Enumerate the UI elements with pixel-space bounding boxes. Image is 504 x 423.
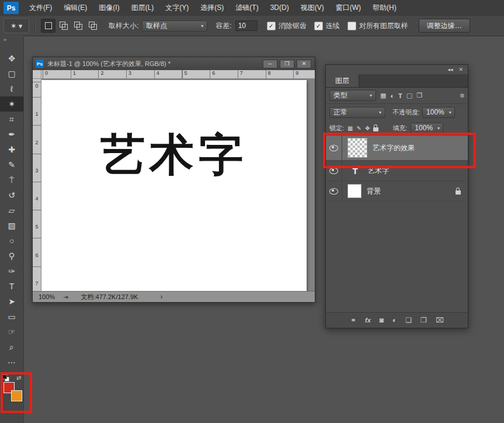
add-to-selection-button[interactable]	[57, 19, 70, 32]
pixel-layer-filter-icon[interactable]: ▦	[380, 92, 386, 99]
intersect-selection-icon	[89, 22, 97, 30]
refine-edge-button[interactable]: 调整边缘…	[419, 19, 470, 33]
text-layer-thumbnail[interactable]: T	[347, 166, 363, 176]
filter-type-dropdown[interactable]: 类型 ▾	[329, 90, 376, 101]
background-color-swatch[interactable]	[11, 390, 22, 401]
lock-transparent-icon[interactable]: ▦	[347, 125, 353, 131]
magic-wand-tool[interactable]: ✶	[0, 96, 23, 112]
layers-panel-footer: ⚭ fx ◙ ◐ ❏ ❐ ⌧	[326, 312, 468, 328]
layer-name[interactable]: 艺术字	[368, 166, 389, 176]
path-selection-tool-icon: ➤	[8, 297, 15, 306]
close-button[interactable]: ✕	[297, 60, 311, 68]
menu-window[interactable]: 窗口(W)	[330, 0, 367, 16]
move-tool[interactable]: ✥	[0, 51, 23, 66]
menu-3d[interactable]: 3D(D)	[265, 0, 295, 16]
layer-mask-icon[interactable]: ◙	[380, 316, 384, 324]
shape-layer-filter-icon[interactable]: ▢	[406, 92, 412, 99]
menu-file[interactable]: 文件(F)	[23, 0, 58, 16]
link-layers-icon[interactable]: ⚭	[350, 316, 356, 324]
blur-tool[interactable]: ○	[0, 233, 23, 248]
photoshop-app: Ps 文件(F) 编辑(E) 图像(I) 图层(L) 文字(Y) 选择(S) 滤…	[0, 0, 504, 423]
contiguous-checkbox[interactable]: ✓	[314, 22, 323, 30]
path-selection-tool[interactable]: ➤	[0, 294, 23, 309]
collapse-panel-icon[interactable]: ◂◂	[447, 67, 453, 72]
tool-preset-dropdown[interactable]: ✶ ▾	[4, 18, 29, 33]
visibility-toggle[interactable]	[326, 181, 342, 201]
anti-alias-checkbox[interactable]: ✓	[267, 22, 276, 30]
new-selection-button[interactable]	[41, 19, 55, 33]
maximize-button[interactable]: ❐	[280, 60, 294, 68]
tolerance-input[interactable]	[235, 20, 258, 31]
close-panel-icon[interactable]: ✕	[458, 67, 463, 72]
lock-pixels-icon[interactable]: ✎	[357, 125, 362, 131]
ruler-mark: 7	[33, 280, 41, 292]
visibility-toggle[interactable]	[326, 161, 342, 181]
lock-position-icon[interactable]: ✥	[365, 125, 370, 131]
sample-size-dropdown[interactable]: 取样点 ▾	[142, 20, 207, 32]
background-layer-thumbnail[interactable]	[347, 184, 362, 198]
adjustment-layer-icon[interactable]: ◐	[392, 316, 397, 324]
menu-filter[interactable]: 滤镜(T)	[230, 0, 264, 16]
menu-type[interactable]: 文字(Y)	[159, 0, 194, 16]
blend-mode-dropdown[interactable]: 正常 ▾	[329, 107, 385, 118]
sample-all-layers-checkbox[interactable]	[347, 22, 356, 30]
subtract-from-selection-button[interactable]	[71, 19, 85, 32]
marquee-tool[interactable]: ▢	[0, 66, 23, 81]
opacity-dropdown[interactable]: 100% ▾	[422, 107, 455, 118]
layer-style-icon[interactable]: fx	[365, 317, 371, 324]
new-layer-icon[interactable]: ❐	[420, 316, 427, 324]
eraser-tool[interactable]: ▱	[0, 203, 23, 218]
lasso-tool[interactable]: ℓ	[0, 81, 23, 96]
panel-menu-icon[interactable]: ≡	[460, 91, 464, 100]
layer-name[interactable]: 艺术字的效果	[373, 143, 415, 153]
swap-colors-icon[interactable]: ⇄	[16, 375, 21, 381]
ruler-mark: 0	[33, 83, 41, 111]
zoom-tool[interactable]: ⌕	[0, 339, 23, 355]
menu-edit[interactable]: 编辑(E)	[58, 0, 93, 16]
gradient-tool[interactable]: ▨	[0, 218, 23, 233]
new-group-icon[interactable]: ❏	[405, 316, 412, 324]
canvas[interactable]: 艺术字	[41, 80, 307, 293]
menu-layer[interactable]: 图层(L)	[126, 0, 160, 16]
pen-tool[interactable]: ✑	[0, 263, 23, 279]
intersect-selection-button[interactable]	[86, 19, 99, 32]
history-brush-tool[interactable]: ↺	[0, 188, 23, 203]
toolbar-expander[interactable]: »	[0, 36, 23, 46]
filter-type-value: 类型	[333, 91, 347, 100]
eyedropper-tool[interactable]: ✒	[0, 127, 23, 142]
type-layer-filter-icon[interactable]: T	[398, 92, 402, 99]
status-chevron-icon[interactable]: ›	[160, 293, 162, 301]
move-tool-icon: ✥	[8, 54, 15, 63]
add-selection-icon	[60, 22, 68, 30]
crop-tool[interactable]: ⌗	[0, 112, 23, 127]
document-titlebar[interactable]: Ps 未标题-1 @ 100% (艺术字的效果, RGB/8) * ─ ❐ ✕	[33, 57, 315, 71]
status-arrow-icon[interactable]: ⇥	[63, 294, 68, 300]
layer-row-background[interactable]: 背景	[326, 181, 468, 202]
delete-layer-icon[interactable]: ⌧	[436, 316, 444, 324]
hand-tool[interactable]: ☞	[0, 324, 23, 339]
menu-select[interactable]: 选择(S)	[194, 0, 230, 16]
healing-brush-tool[interactable]: ✚	[0, 142, 23, 157]
menu-image[interactable]: 图像(I)	[93, 0, 125, 16]
type-tool[interactable]: T	[0, 279, 23, 294]
rectangle-tool[interactable]: ▭	[0, 309, 23, 324]
fill-value: 100%	[415, 124, 433, 132]
layer-row-text[interactable]: T 艺术字	[326, 161, 468, 181]
layer-name[interactable]: 背景	[367, 186, 381, 196]
brush-tool[interactable]: ✎	[0, 157, 23, 172]
dodge-tool[interactable]: ⚲	[0, 248, 23, 263]
menu-help[interactable]: 帮助(H)	[367, 0, 402, 16]
lock-all-icon[interactable]	[373, 127, 378, 131]
menu-view[interactable]: 视图(V)	[295, 0, 330, 16]
tab-layers[interactable]: 图层	[326, 74, 359, 87]
visibility-toggle[interactable]	[326, 136, 342, 160]
minimize-button[interactable]: ─	[263, 60, 277, 68]
more-tools-button[interactable]: ⋯	[0, 355, 23, 370]
smart-object-filter-icon[interactable]: ❐	[416, 92, 422, 99]
layer-row-effect[interactable]: 艺术字的效果	[326, 136, 468, 161]
zoom-level[interactable]: 100%	[39, 293, 55, 300]
layer-thumbnail-transparent[interactable]	[347, 138, 367, 158]
clone-stamp-tool[interactable]: ⍑	[0, 172, 23, 188]
adjustment-layer-filter-icon[interactable]: ◐	[390, 92, 394, 99]
fill-dropdown[interactable]: 100% ▾	[411, 123, 443, 134]
